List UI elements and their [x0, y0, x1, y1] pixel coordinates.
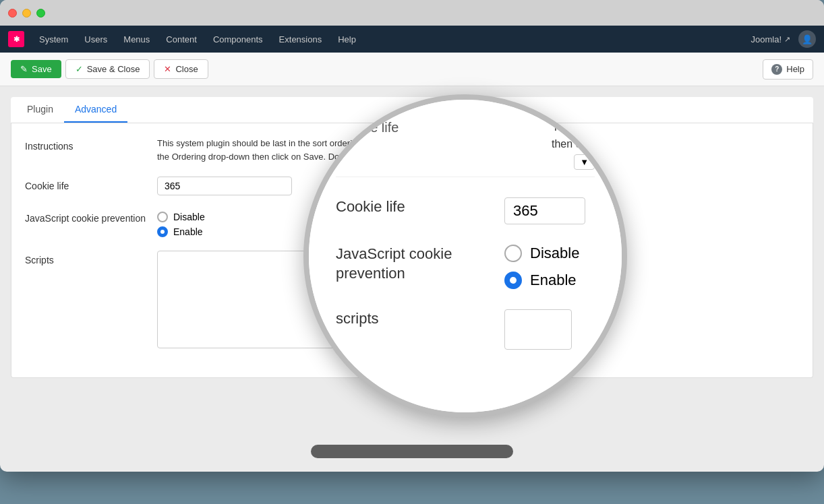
js-cookie-label: JavaScript cookie prevention: [25, 209, 146, 224]
js-cookie-row: JavaScript cookie prevention Disable Ena…: [25, 209, 799, 237]
tab-plugin[interactable]: Plugin: [16, 97, 64, 123]
nav-item-users[interactable]: Users: [78, 26, 114, 53]
tab-advanced[interactable]: Advanced: [64, 97, 127, 123]
check-icon: ✓: [76, 64, 83, 74]
scripts-textarea[interactable]: [157, 251, 461, 348]
cookie-life-row: Cookie life: [25, 177, 799, 195]
brand: ✱: [8, 31, 24, 47]
brand-icon: ✱: [13, 35, 20, 44]
content-area: Plugin Advanced Instructions This system…: [0, 86, 824, 389]
instructions-text: This system plugin should be last in the…: [157, 137, 799, 163]
nav-item-menus[interactable]: Menus: [117, 26, 156, 53]
x-icon: ✕: [164, 64, 171, 74]
save-button[interactable]: ✎ Save: [11, 60, 61, 78]
external-link-icon: ↗: [784, 35, 790, 44]
save-close-button[interactable]: ✓ Save & Close: [65, 59, 150, 79]
maximize-button[interactable]: [36, 9, 45, 18]
save-label: Save: [32, 64, 52, 74]
scripts-label: Scripts: [25, 251, 146, 265]
instructions-row: Instructions This system plugin should b…: [25, 137, 799, 163]
cookie-life-label: Cookie life: [25, 177, 146, 191]
nav-item-components[interactable]: Components: [206, 26, 270, 53]
app-window: ✱ System Users Menus Content Components …: [0, 0, 824, 472]
save-icon: ✎: [20, 64, 28, 74]
save-close-label: Save & Close: [87, 64, 140, 74]
scripts-control: [157, 251, 799, 350]
enable-radio-btn[interactable]: [157, 226, 168, 237]
toolbar-right: ? Help: [763, 59, 813, 80]
close-button[interactable]: ✕ Close: [154, 59, 208, 79]
joomla-link-text: Joomla!: [751, 34, 782, 44]
help-button[interactable]: ? Help: [763, 59, 813, 80]
instructions-content: This system plugin should be last in the…: [157, 137, 562, 163]
scripts-row: Scripts: [25, 251, 799, 350]
instructions-label: Instructions: [25, 137, 146, 152]
enable-radio-label: Enable: [173, 226, 203, 237]
cookie-life-input[interactable]: [157, 177, 292, 195]
nav-item-content[interactable]: Content: [159, 26, 204, 53]
cookie-life-control: [157, 177, 799, 195]
js-cookie-disable-option[interactable]: Disable: [157, 212, 799, 222]
tabs: Plugin Advanced: [11, 97, 813, 123]
help-icon: ?: [771, 64, 782, 75]
nav-item-help[interactable]: Help: [331, 26, 363, 53]
js-cookie-radio-group: Disable Enable: [157, 209, 799, 237]
user-icon[interactable]: 👤: [798, 30, 816, 48]
help-label: Help: [786, 64, 804, 74]
dock-indicator: [311, 445, 513, 458]
titlebar: [0, 0, 824, 26]
disable-radio-btn[interactable]: [157, 212, 168, 222]
close-label: Close: [175, 64, 198, 74]
nav-item-system[interactable]: System: [32, 26, 75, 53]
disable-radio-label: Disable: [173, 212, 205, 222]
minimize-button[interactable]: [22, 9, 31, 18]
js-cookie-control: Disable Enable: [157, 209, 799, 237]
form-panel: Instructions This system plugin should b…: [11, 123, 813, 378]
toolbar: ✎ Save ✓ Save & Close ✕ Close ? Help: [0, 53, 824, 86]
joomla-external-link[interactable]: Joomla! ↗: [751, 34, 790, 44]
close-button[interactable]: [8, 9, 17, 18]
nav-item-extensions[interactable]: Extensions: [272, 26, 329, 53]
navbar: ✱ System Users Menus Content Components …: [0, 26, 824, 53]
js-cookie-enable-option[interactable]: Enable: [157, 226, 799, 237]
navbar-right: Joomla! ↗ 👤: [751, 30, 816, 48]
joomla-logo: ✱: [8, 31, 24, 47]
